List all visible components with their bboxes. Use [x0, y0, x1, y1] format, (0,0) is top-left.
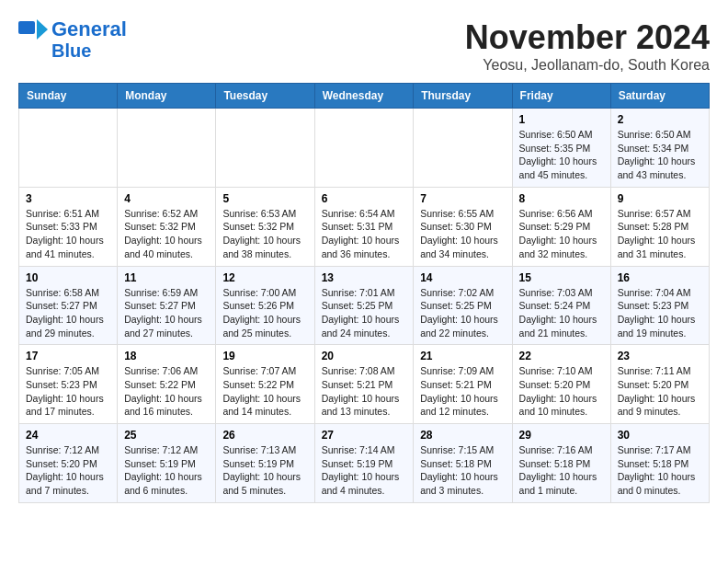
- week-row-5: 24Sunrise: 7:12 AM Sunset: 5:20 PM Dayli…: [19, 424, 710, 503]
- day-info: Sunrise: 7:17 AM Sunset: 5:18 PM Dayligh…: [618, 443, 702, 498]
- calendar-cell: [118, 109, 216, 188]
- day-info: Sunrise: 7:02 AM Sunset: 5:25 PM Dayligh…: [420, 286, 505, 340]
- day-number: 1: [519, 113, 604, 126]
- day-number: 23: [618, 350, 702, 362]
- calendar-cell: 25Sunrise: 7:12 AM Sunset: 5:19 PM Dayli…: [118, 424, 216, 503]
- day-number: 25: [124, 429, 209, 442]
- svg-rect-0: [18, 21, 35, 34]
- week-row-3: 10Sunrise: 6:58 AM Sunset: 5:27 PM Dayli…: [19, 266, 710, 345]
- day-number: 16: [618, 271, 702, 284]
- day-number: 3: [26, 192, 110, 205]
- calendar-cell: 10Sunrise: 6:58 AM Sunset: 5:27 PM Dayli…: [19, 266, 118, 345]
- day-info: Sunrise: 7:00 AM Sunset: 5:26 PM Dayligh…: [222, 286, 307, 340]
- calendar-cell: 30Sunrise: 7:17 AM Sunset: 5:18 PM Dayli…: [610, 424, 709, 503]
- calendar-cell: [216, 109, 314, 188]
- day-info: Sunrise: 7:15 AM Sunset: 5:18 PM Dayligh…: [420, 443, 505, 498]
- day-info: Sunrise: 7:12 AM Sunset: 5:20 PM Dayligh…: [26, 443, 110, 498]
- day-number: 7: [420, 192, 505, 205]
- calendar-cell: [414, 109, 512, 188]
- day-info: Sunrise: 7:10 AM Sunset: 5:20 PM Dayligh…: [519, 364, 604, 419]
- calendar-cell: 26Sunrise: 7:13 AM Sunset: 5:19 PM Dayli…: [216, 424, 314, 503]
- day-info: Sunrise: 7:12 AM Sunset: 5:19 PM Dayligh…: [124, 443, 209, 498]
- calendar-cell: 24Sunrise: 7:12 AM Sunset: 5:20 PM Dayli…: [19, 424, 118, 503]
- calendar-cell: 4Sunrise: 6:52 AM Sunset: 5:32 PM Daylig…: [118, 187, 216, 266]
- day-info: Sunrise: 6:58 AM Sunset: 5:27 PM Dayligh…: [26, 286, 110, 340]
- day-info: Sunrise: 6:54 AM Sunset: 5:31 PM Dayligh…: [322, 207, 407, 261]
- weekday-header-friday: Friday: [512, 84, 610, 109]
- weekday-header-tuesday: Tuesday: [216, 84, 314, 109]
- day-info: Sunrise: 6:59 AM Sunset: 5:27 PM Dayligh…: [124, 286, 209, 340]
- calendar-cell: 7Sunrise: 6:55 AM Sunset: 5:30 PM Daylig…: [414, 187, 512, 266]
- calendar-cell: 17Sunrise: 7:05 AM Sunset: 5:23 PM Dayli…: [19, 345, 118, 424]
- calendar-cell: 23Sunrise: 7:11 AM Sunset: 5:20 PM Dayli…: [610, 345, 709, 424]
- day-info: Sunrise: 7:01 AM Sunset: 5:25 PM Dayligh…: [322, 286, 407, 340]
- calendar-cell: 16Sunrise: 7:04 AM Sunset: 5:23 PM Dayli…: [610, 266, 709, 345]
- day-number: 12: [222, 271, 307, 284]
- day-number: 5: [222, 192, 307, 205]
- day-number: 10: [26, 271, 110, 284]
- day-number: 22: [519, 350, 604, 362]
- calendar-cell: 8Sunrise: 6:56 AM Sunset: 5:29 PM Daylig…: [512, 187, 610, 266]
- day-number: 11: [124, 271, 209, 284]
- day-info: Sunrise: 7:09 AM Sunset: 5:21 PM Dayligh…: [420, 364, 505, 419]
- weekday-header-sunday: Sunday: [19, 84, 118, 109]
- day-number: 2: [618, 113, 702, 126]
- calendar-cell: 9Sunrise: 6:57 AM Sunset: 5:28 PM Daylig…: [610, 187, 709, 266]
- calendar-subtitle: Yeosu, Jeollanam-do, South Korea: [465, 57, 710, 74]
- week-row-2: 3Sunrise: 6:51 AM Sunset: 5:33 PM Daylig…: [19, 187, 710, 266]
- day-number: 30: [618, 429, 702, 442]
- day-info: Sunrise: 7:07 AM Sunset: 5:22 PM Dayligh…: [222, 364, 307, 419]
- calendar-cell: 3Sunrise: 6:51 AM Sunset: 5:33 PM Daylig…: [19, 187, 118, 266]
- day-number: 26: [222, 429, 307, 442]
- calendar-cell: 15Sunrise: 7:03 AM Sunset: 5:24 PM Dayli…: [512, 266, 610, 345]
- calendar-table: SundayMondayTuesdayWednesdayThursdayFrid…: [18, 83, 710, 503]
- day-info: Sunrise: 6:56 AM Sunset: 5:29 PM Dayligh…: [519, 207, 604, 261]
- calendar-cell: 5Sunrise: 6:53 AM Sunset: 5:32 PM Daylig…: [216, 187, 314, 266]
- day-info: Sunrise: 6:52 AM Sunset: 5:32 PM Dayligh…: [124, 207, 209, 261]
- day-info: Sunrise: 7:13 AM Sunset: 5:19 PM Dayligh…: [222, 443, 307, 498]
- weekday-header-monday: Monday: [118, 84, 216, 109]
- day-number: 20: [322, 350, 407, 362]
- calendar-cell: 29Sunrise: 7:16 AM Sunset: 5:18 PM Dayli…: [512, 424, 610, 503]
- weekday-header-thursday: Thursday: [414, 84, 512, 109]
- calendar-cell: 14Sunrise: 7:02 AM Sunset: 5:25 PM Dayli…: [414, 266, 512, 345]
- weekday-header-wednesday: Wednesday: [314, 84, 414, 109]
- logo-icon: [18, 19, 48, 40]
- day-number: 21: [420, 350, 505, 362]
- day-info: Sunrise: 7:14 AM Sunset: 5:19 PM Dayligh…: [322, 443, 407, 498]
- day-info: Sunrise: 7:16 AM Sunset: 5:18 PM Dayligh…: [519, 443, 604, 498]
- day-number: 24: [26, 429, 110, 442]
- day-number: 19: [222, 350, 307, 362]
- calendar-cell: 12Sunrise: 7:00 AM Sunset: 5:26 PM Dayli…: [216, 266, 314, 345]
- day-number: 18: [124, 350, 209, 362]
- day-number: 17: [26, 350, 110, 362]
- day-info: Sunrise: 7:04 AM Sunset: 5:23 PM Dayligh…: [618, 286, 702, 340]
- day-info: Sunrise: 6:57 AM Sunset: 5:28 PM Dayligh…: [618, 207, 702, 261]
- day-number: 28: [420, 429, 505, 442]
- day-number: 9: [618, 192, 702, 205]
- day-info: Sunrise: 7:11 AM Sunset: 5:20 PM Dayligh…: [618, 364, 702, 419]
- day-info: Sunrise: 7:03 AM Sunset: 5:24 PM Dayligh…: [519, 286, 604, 340]
- day-number: 8: [519, 192, 604, 205]
- calendar-cell: 19Sunrise: 7:07 AM Sunset: 5:22 PM Dayli…: [216, 345, 314, 424]
- calendar-cell: 1Sunrise: 6:50 AM Sunset: 5:35 PM Daylig…: [512, 109, 610, 188]
- day-info: Sunrise: 6:55 AM Sunset: 5:30 PM Dayligh…: [420, 207, 505, 261]
- calendar-title-area: November 2024 Yeosu, Jeollanam-do, South…: [465, 18, 710, 74]
- logo-text: General: [51, 18, 127, 40]
- week-row-4: 17Sunrise: 7:05 AM Sunset: 5:23 PM Dayli…: [19, 345, 710, 424]
- day-number: 6: [322, 192, 407, 205]
- calendar-cell: 27Sunrise: 7:14 AM Sunset: 5:19 PM Dayli…: [314, 424, 414, 503]
- calendar-cell: 28Sunrise: 7:15 AM Sunset: 5:18 PM Dayli…: [414, 424, 512, 503]
- logo: General Blue: [18, 18, 127, 61]
- day-number: 27: [322, 429, 407, 442]
- calendar-cell: 13Sunrise: 7:01 AM Sunset: 5:25 PM Dayli…: [314, 266, 414, 345]
- calendar-cell: 2Sunrise: 6:50 AM Sunset: 5:34 PM Daylig…: [610, 109, 709, 188]
- day-number: 13: [322, 271, 407, 284]
- svg-marker-1: [37, 19, 48, 40]
- weekday-header-saturday: Saturday: [610, 84, 709, 109]
- calendar-cell: [19, 109, 118, 188]
- calendar-cell: 20Sunrise: 7:08 AM Sunset: 5:21 PM Dayli…: [314, 345, 414, 424]
- calendar-cell: 18Sunrise: 7:06 AM Sunset: 5:22 PM Dayli…: [118, 345, 216, 424]
- calendar-cell: 21Sunrise: 7:09 AM Sunset: 5:21 PM Dayli…: [414, 345, 512, 424]
- page-header: General Blue November 2024 Yeosu, Jeolla…: [18, 18, 710, 74]
